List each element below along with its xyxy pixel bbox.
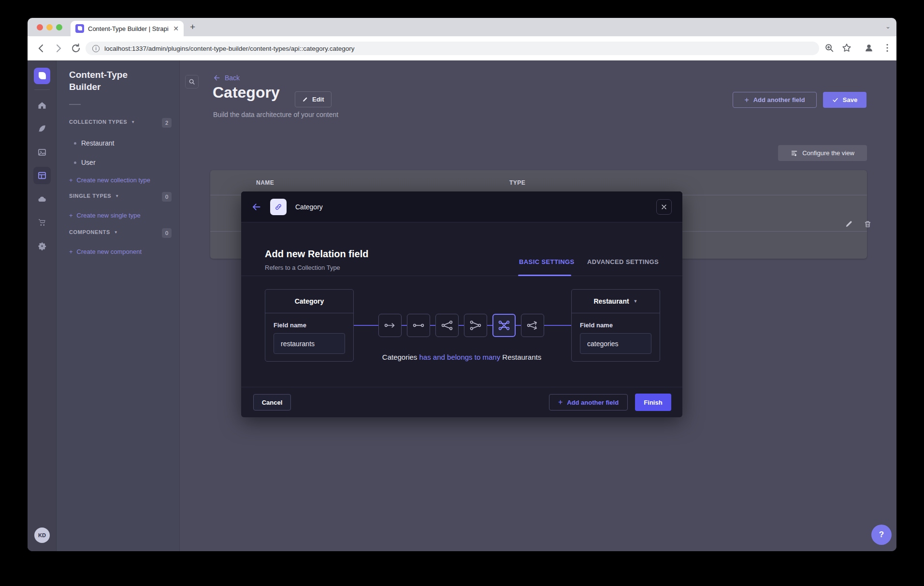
traffic-light-fullscreen-icon[interactable] <box>56 24 62 30</box>
source-field-name-input[interactable] <box>274 333 345 354</box>
tab-close-icon[interactable]: ✕ <box>173 25 179 32</box>
tab-overview-chevron-icon[interactable]: ⌄ <box>885 23 891 30</box>
sidebar-item-restaurant[interactable]: Restaurant <box>74 139 114 147</box>
relation-one-way-button[interactable] <box>378 314 402 337</box>
media-library-icon[interactable] <box>33 144 51 161</box>
tab-basic-settings[interactable]: BASIC SETTINGS <box>519 258 575 265</box>
configure-view-button[interactable]: Configure the view <box>778 145 867 161</box>
back-nav-icon[interactable] <box>35 43 47 54</box>
tabs-divider <box>241 276 682 276</box>
nav-rail: KD <box>28 60 57 551</box>
strapi-favicon-icon <box>75 24 84 33</box>
bullet-icon <box>74 142 76 145</box>
bookmark-star-icon[interactable] <box>841 43 852 55</box>
marketplace-cart-icon[interactable] <box>33 214 51 231</box>
sidebar-title-divider <box>69 104 81 105</box>
relation-many-to-many-button[interactable] <box>492 314 516 337</box>
settings-gear-icon[interactable] <box>33 237 51 255</box>
target-collection-card: Restaurant ▼ Field name <box>571 289 660 362</box>
tab-title: Content-Type Builder | Strapi <box>88 25 169 32</box>
chevron-down-icon: ▼ <box>131 120 135 124</box>
many-to-one-icon <box>469 319 482 332</box>
create-component-link[interactable]: + Create new component <box>69 248 142 255</box>
relation-sentence: Categories has and belongs to many Resta… <box>241 353 682 361</box>
help-button[interactable]: ? <box>871 525 892 545</box>
relation-many-way-button[interactable] <box>521 314 544 337</box>
traffic-light-close-icon[interactable] <box>37 24 43 30</box>
chevron-down-icon: ▼ <box>634 299 638 304</box>
source-collection-card: Category Field name <box>265 289 354 362</box>
one-to-many-icon <box>441 319 453 332</box>
user-avatar[interactable]: KD <box>34 527 50 543</box>
create-single-type-link[interactable]: + Create new single type <box>69 212 141 219</box>
collection-types-count-badge: 2 <box>162 118 172 128</box>
tab-advanced-settings[interactable]: ADVANCED SETTINGS <box>587 258 659 265</box>
relation-one-to-one-button[interactable] <box>407 314 430 337</box>
modal-add-another-field-button[interactable]: + Add another field <box>549 394 628 410</box>
relation-one-to-many-button[interactable] <box>435 314 459 337</box>
rail-divider <box>34 89 50 90</box>
strapi-logo[interactable] <box>33 67 51 85</box>
modal-title: Add new Relation field <box>265 249 368 260</box>
plus-icon: + <box>744 96 749 104</box>
back-link[interactable]: Back <box>213 74 240 82</box>
section-collection-types[interactable]: COLLECTION TYPES ▼ <box>69 119 135 125</box>
check-icon <box>832 97 838 103</box>
create-collection-type-link[interactable]: + Create new collection type <box>69 176 150 184</box>
relation-link-icon <box>270 199 287 215</box>
sidebar-item-user[interactable]: User <box>74 159 96 166</box>
chevron-down-icon: ▼ <box>115 194 119 198</box>
zoom-icon[interactable] <box>824 43 835 55</box>
active-tab-underline <box>518 275 571 276</box>
modal-header-title: Category <box>295 203 323 211</box>
plus-icon: + <box>69 212 73 219</box>
chevron-down-icon: ▼ <box>114 230 118 234</box>
content-manager-feather-icon[interactable] <box>33 120 51 137</box>
modal-close-button[interactable] <box>656 199 672 215</box>
plus-icon: + <box>558 398 563 407</box>
edit-button[interactable]: Edit <box>295 91 332 107</box>
site-info-icon[interactable]: i <box>92 45 100 52</box>
single-types-count-badge: 0 <box>162 192 172 202</box>
target-field-name-input[interactable] <box>580 333 651 354</box>
delete-field-trash-icon[interactable] <box>864 220 872 230</box>
modal-header: Category <box>241 191 682 222</box>
edit-field-pencil-icon[interactable] <box>845 220 853 230</box>
ctb-sidebar: Content-Type Builder COLLECTION TYPES ▼ … <box>57 60 180 551</box>
cancel-button[interactable]: Cancel <box>253 394 291 410</box>
content-type-builder-icon[interactable] <box>33 167 51 184</box>
url-text: localhost:1337/admin/plugins/content-typ… <box>104 45 355 52</box>
browser-tab[interactable]: Content-Type Builder | Strapi ✕ <box>71 21 184 36</box>
source-collection-name: Category <box>265 290 353 313</box>
many-to-many-icon <box>498 319 510 332</box>
home-icon[interactable] <box>33 97 51 114</box>
sidebar-title: Content-Type Builder <box>69 69 146 93</box>
deploy-cloud-icon[interactable] <box>33 190 51 208</box>
close-icon <box>661 204 667 210</box>
target-field-name-label: Field name <box>580 322 613 329</box>
browser-tab-strip: Content-Type Builder | Strapi ✕ + ⌄ <box>28 18 896 36</box>
section-single-types[interactable]: SINGLE TYPES ▼ <box>69 193 119 199</box>
browser-menu-icon[interactable] <box>882 43 893 55</box>
target-collection-select[interactable]: Restaurant ▼ <box>572 290 660 313</box>
profile-avatar-icon[interactable] <box>864 43 874 55</box>
add-relation-modal: Category Add new Relation field Refers t… <box>241 191 682 417</box>
add-another-field-button[interactable]: + Add another field <box>733 92 817 108</box>
source-field-name-label: Field name <box>274 322 306 329</box>
reload-icon[interactable] <box>70 43 82 54</box>
plus-icon: + <box>69 176 73 184</box>
new-tab-button[interactable]: + <box>190 22 195 32</box>
url-bar[interactable]: i localhost:1337/admin/plugins/content-t… <box>86 42 819 55</box>
forward-nav-icon[interactable] <box>53 43 64 54</box>
plus-icon: + <box>69 248 73 255</box>
page-title: Category <box>213 84 280 102</box>
relation-many-to-one-button[interactable] <box>464 314 487 337</box>
traffic-light-minimize-icon[interactable] <box>46 24 53 30</box>
page-subtitle: Build the data architecture of your cont… <box>213 111 338 118</box>
components-count-badge: 0 <box>162 228 172 238</box>
save-button[interactable]: Save <box>823 92 866 108</box>
finish-button[interactable]: Finish <box>635 394 671 411</box>
section-components[interactable]: COMPONENTS ▼ <box>69 229 118 235</box>
modal-back-arrow-icon[interactable] <box>252 202 261 212</box>
one-way-icon <box>384 319 396 332</box>
